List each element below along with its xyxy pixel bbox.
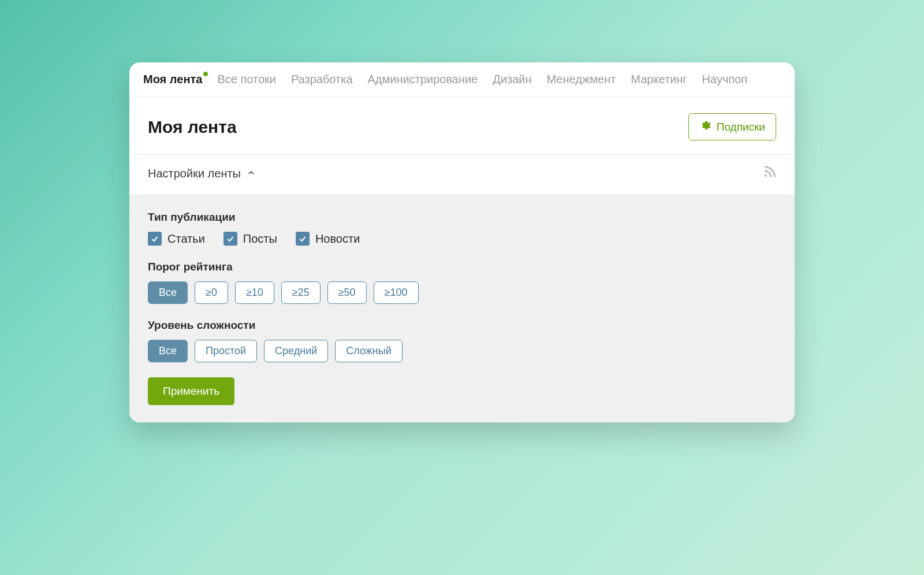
filters-panel: Тип публикации Статьи Посты Новости Поро… <box>129 198 795 422</box>
tab-science[interactable]: Научпоп <box>702 73 748 86</box>
tab-design[interactable]: Дизайн <box>493 73 531 86</box>
type-label: Тип публикации <box>148 211 776 224</box>
rating-chip-row: Все ≥0 ≥10 ≥25 ≥50 ≥100 <box>148 281 776 304</box>
checkbox-label: Новости <box>315 232 360 246</box>
rss-icon[interactable] <box>762 165 776 181</box>
rating-chip-all[interactable]: Все <box>148 281 188 304</box>
tab-label: Администрирование <box>368 73 478 86</box>
tab-my-feed[interactable]: Моя лента <box>143 73 202 86</box>
tab-label: Дизайн <box>493 73 531 86</box>
checkbox-label: Статьи <box>167 232 205 246</box>
difficulty-chip-hard[interactable]: Сложный <box>335 340 403 362</box>
checkbox-box-icon <box>223 232 237 246</box>
apply-button[interactable]: Применить <box>148 377 234 405</box>
difficulty-chip-row: Все Простой Средний Сложный <box>148 340 776 362</box>
rating-chip-25[interactable]: ≥25 <box>281 281 321 304</box>
tab-label: Менеджмент <box>546 73 616 86</box>
checkbox-box-icon <box>296 232 310 246</box>
tab-label: Разработка <box>291 73 353 86</box>
checkbox-label: Посты <box>243 232 277 246</box>
checkbox-box-icon <box>148 232 162 246</box>
nav-tabs: Моя лента Все потоки Разработка Админист… <box>129 62 795 97</box>
rating-chip-100[interactable]: ≥100 <box>374 281 419 304</box>
tab-label: Маркетинг <box>631 73 687 86</box>
difficulty-chip-easy[interactable]: Простой <box>195 340 257 362</box>
difficulty-label: Уровень сложности <box>148 319 776 332</box>
rating-chip-0[interactable]: ≥0 <box>195 281 228 304</box>
rating-chip-50[interactable]: ≥50 <box>327 281 367 304</box>
tab-label: Все потоки <box>217 73 276 86</box>
notification-dot-icon <box>203 72 208 76</box>
type-checkbox-row: Статьи Посты Новости <box>148 232 776 246</box>
tab-label: Научпоп <box>702 73 748 86</box>
tab-all-streams[interactable]: Все потоки <box>217 73 276 86</box>
settings-card: Моя лента Все потоки Разработка Админист… <box>129 62 795 422</box>
header-row: Моя лента Подписки <box>129 97 795 155</box>
tab-management[interactable]: Менеджмент <box>546 73 616 86</box>
feed-settings-toggle[interactable]: Настройки ленты <box>148 167 256 180</box>
rating-chip-10[interactable]: ≥10 <box>235 281 274 304</box>
tab-development[interactable]: Разработка <box>291 73 353 86</box>
difficulty-chip-medium[interactable]: Средний <box>264 340 328 362</box>
tab-marketing[interactable]: Маркетинг <box>631 73 687 86</box>
svg-point-0 <box>765 175 767 177</box>
settings-toggle-label: Настройки ленты <box>148 167 241 180</box>
tab-admin[interactable]: Администрирование <box>368 73 478 86</box>
settings-row: Настройки ленты <box>129 155 795 195</box>
gear-icon <box>699 120 711 134</box>
subscriptions-button[interactable]: Подписки <box>688 113 776 140</box>
checkbox-posts[interactable]: Посты <box>223 232 277 246</box>
tab-label: Моя лента <box>143 73 202 86</box>
difficulty-chip-all[interactable]: Все <box>148 340 188 362</box>
checkbox-news[interactable]: Новости <box>296 232 360 246</box>
subscriptions-label: Подписки <box>717 121 765 133</box>
page-title: Моя лента <box>148 117 237 137</box>
chevron-up-icon <box>247 167 256 180</box>
rating-label: Порог рейтинга <box>148 261 776 273</box>
checkbox-articles[interactable]: Статьи <box>148 232 205 246</box>
